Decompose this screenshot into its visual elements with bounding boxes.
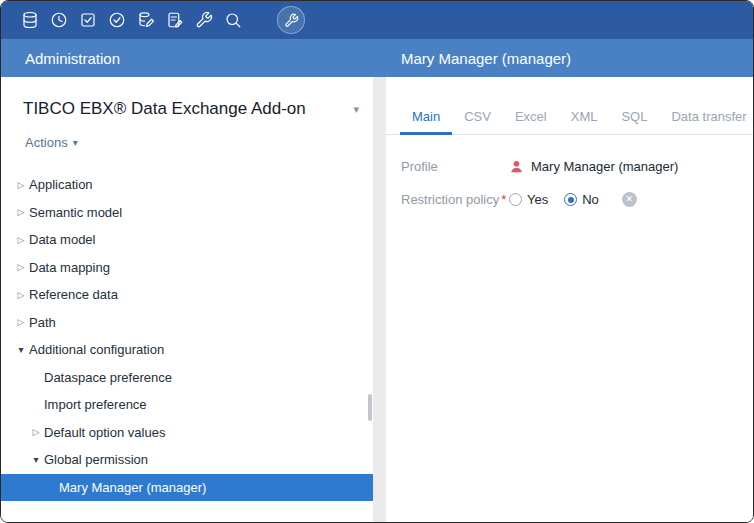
tab-main[interactable]: Main	[400, 101, 452, 135]
chevron-expanded-icon[interactable]: ▾	[13, 344, 29, 355]
restriction-policy-label: Restriction policy*	[401, 192, 509, 207]
profile-value-group: Mary Manager (manager)	[509, 159, 678, 174]
tree-item-label: Data mapping	[29, 260, 110, 275]
profile-value: Mary Manager (manager)	[531, 159, 678, 174]
actions-label: Actions	[25, 135, 68, 150]
radio-label: Yes	[527, 192, 548, 207]
chevron-down-icon[interactable]	[353, 103, 359, 116]
tab-csv[interactable]: CSV	[452, 101, 503, 134]
tree-item-label: Data model	[29, 232, 95, 247]
tree-item-label: Global permission	[44, 452, 148, 467]
chevron-collapsed-icon[interactable]: ▷	[28, 427, 44, 437]
radio-circle-icon	[509, 193, 522, 206]
tree-item-additional-configuration[interactable]: ▾Additional configuration	[1, 336, 373, 364]
search-icon[interactable]	[224, 11, 242, 29]
tree-item-label: Semantic model	[29, 205, 122, 220]
profile-icon	[509, 159, 524, 174]
tree-item-label: Dataspace preference	[44, 370, 172, 385]
history-icon[interactable]	[50, 11, 68, 29]
chevron-collapsed-icon[interactable]: ▷	[13, 317, 29, 327]
tab-xml[interactable]: XML	[559, 101, 610, 134]
chevron-collapsed-icon[interactable]: ▷	[13, 262, 29, 272]
tree-item-label: Import preference	[44, 397, 147, 412]
chevron-collapsed-icon[interactable]: ▷	[13, 235, 29, 245]
database-edit-icon[interactable]	[137, 11, 155, 29]
tree-item-default-option-values[interactable]: ▷Default option values	[1, 419, 373, 447]
chevron-collapsed-icon[interactable]: ▷	[13, 290, 29, 300]
required-marker: *	[501, 192, 506, 207]
radio-label: No	[582, 192, 599, 207]
header-bar: Administration Mary Manager (manager)	[1, 39, 753, 77]
main-panel: MainCSVExcelXMLSQLData transfer Profile …	[386, 77, 753, 522]
database-icon[interactable]	[21, 11, 39, 29]
restriction-policy-value: YesNo	[509, 192, 637, 207]
radio-no[interactable]: No	[564, 192, 599, 207]
profile-row: Profile Mary Manager (manager)	[401, 159, 753, 174]
restriction-options: YesNo	[509, 192, 599, 207]
chevron-collapsed-icon[interactable]: ▷	[13, 207, 29, 217]
tab-data-transfer[interactable]: Data transfer	[659, 101, 754, 134]
tree-item-semantic-model[interactable]: ▷Semantic model	[1, 199, 373, 227]
tree-item-label: Path	[29, 315, 56, 330]
content-area: TIBCO EBX® Data Exchange Add-on Actions …	[1, 77, 753, 522]
restriction-policy-row: Restriction policy* YesNo	[401, 192, 753, 207]
header-divider	[373, 39, 386, 77]
check-circle-icon[interactable]	[108, 11, 126, 29]
tree-item-label: Mary Manager (manager)	[59, 480, 206, 495]
tree-item-reference-data[interactable]: ▷Reference data	[1, 281, 373, 309]
actions-menu-button[interactable]: Actions	[25, 135, 78, 150]
restriction-policy-label-text: Restriction policy	[401, 192, 499, 207]
tree-item-label: Default option values	[44, 425, 165, 440]
record-title: Mary Manager (manager)	[386, 39, 753, 77]
tab-sql[interactable]: SQL	[609, 101, 659, 134]
panel-divider	[373, 77, 386, 522]
chevron-expanded-icon[interactable]: ▾	[28, 454, 44, 465]
page-title: Administration	[1, 39, 373, 77]
radio-circle-icon	[564, 193, 577, 206]
tree-item-application[interactable]: ▷Application	[1, 171, 373, 199]
sidebar: TIBCO EBX® Data Exchange Add-on Actions …	[1, 77, 373, 522]
nav-tree: ▷Application▷Semantic model▷Data model▷D…	[1, 171, 373, 501]
tree-item-label: Reference data	[29, 287, 118, 302]
sidebar-scrollbar[interactable]	[368, 394, 372, 421]
tree-item-dataspace-preference[interactable]: Dataspace preference	[1, 364, 373, 392]
clipboard-edit-icon[interactable]	[166, 11, 184, 29]
module-selector[interactable]: TIBCO EBX® Data Exchange Add-on	[1, 77, 373, 119]
checkbox-icon[interactable]	[79, 11, 97, 29]
tree-item-data-model[interactable]: ▷Data model	[1, 226, 373, 254]
tree-item-label: Application	[29, 177, 93, 192]
tab-excel[interactable]: Excel	[503, 101, 559, 134]
tab-bar: MainCSVExcelXMLSQLData transfer	[386, 101, 753, 135]
module-title: TIBCO EBX® Data Exchange Add-on	[23, 99, 306, 119]
top-toolbar	[1, 1, 753, 39]
radio-yes[interactable]: Yes	[509, 192, 548, 207]
profile-label: Profile	[401, 159, 509, 174]
chevron-down-icon	[73, 137, 78, 148]
toolbar-icons	[21, 11, 242, 29]
tree-item-label: Additional configuration	[29, 342, 164, 357]
tree-item-data-mapping[interactable]: ▷Data mapping	[1, 254, 373, 282]
clear-icon[interactable]	[622, 192, 637, 207]
tree-item-mary-manager-manager[interactable]: Mary Manager (manager)	[1, 474, 373, 502]
tree-item-global-permission[interactable]: ▾Global permission	[1, 446, 373, 474]
record-form: Profile Mary Manager (manager) Restricti…	[386, 135, 753, 207]
active-tool-button[interactable]	[277, 6, 305, 34]
tree-item-import-preference[interactable]: Import preference	[1, 391, 373, 419]
chevron-collapsed-icon[interactable]: ▷	[13, 180, 29, 190]
tree-item-path[interactable]: ▷Path	[1, 309, 373, 337]
wrench-icon	[284, 13, 299, 28]
app-window: Administration Mary Manager (manager) TI…	[0, 0, 754, 523]
wrench-icon[interactable]	[195, 11, 213, 29]
